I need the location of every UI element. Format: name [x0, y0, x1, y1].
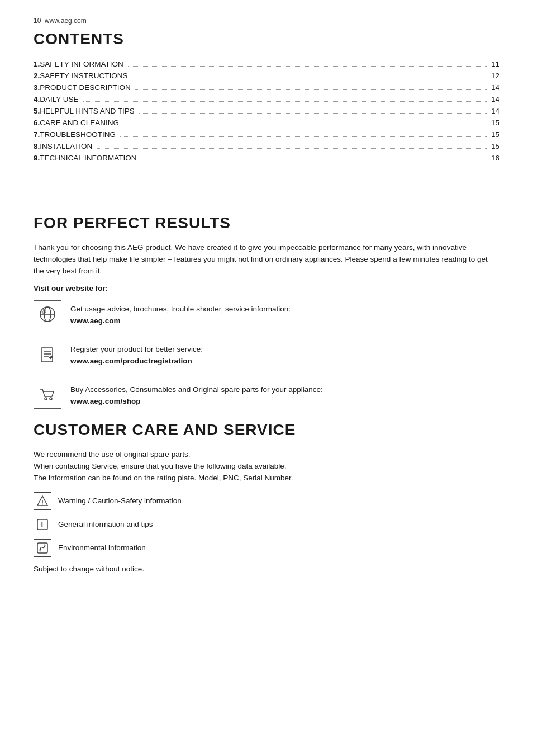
toc-dots — [123, 125, 487, 125]
toc-row: 2. SAFETY INSTRUCTIONS 12 — [34, 70, 499, 82]
toc-dots — [120, 136, 487, 137]
svg-text:@: @ — [41, 309, 46, 314]
toc-page: 15 — [489, 119, 499, 127]
for-perfect-results-title: FOR PERFECT RESULTS — [34, 214, 499, 232]
toc-row: 4. DAILY USE 14 — [34, 93, 499, 105]
toc-row: 9. TECHNICAL INFORMATION 16 — [34, 152, 499, 164]
warning-icon — [34, 492, 51, 510]
toc-content: CARE AND CLEANING 15 — [40, 117, 499, 129]
visit-heading: Visit our website for: — [34, 284, 499, 292]
toc-page: 14 — [489, 95, 499, 103]
globe-at-icon: @ — [34, 300, 61, 328]
toc-label: SAFETY INSTRUCTIONS — [40, 72, 130, 80]
cart-icon — [34, 381, 61, 409]
toc-row: 5. HELPFUL HINTS AND TIPS 14 — [34, 105, 499, 117]
toc-label: INSTALLATION — [40, 142, 94, 150]
toc-dots — [139, 113, 487, 114]
toc-content: INSTALLATION 15 — [40, 140, 499, 152]
svg-text:i: i — [41, 521, 44, 529]
toc-content: DAILY USE 14 — [40, 93, 499, 105]
toc-label: TROUBLESHOOTING — [40, 130, 118, 139]
toc-num: 9. — [34, 152, 40, 164]
contents-title: CONTENTS — [34, 30, 499, 48]
contents-section: CONTENTS 1. SAFETY INFORMATION 11 2. SAF… — [34, 30, 499, 164]
toc-page: 16 — [489, 154, 499, 162]
toc-content: HELPFUL HINTS AND TIPS 14 — [40, 105, 499, 117]
toc-label: TECHNICAL INFORMATION — [40, 154, 139, 162]
toc-row: 3. PRODUCT DESCRIPTION 14 — [34, 82, 499, 93]
toc-num: 2. — [34, 70, 40, 82]
legend-warning-text: Warning / Caution-Safety information — [58, 497, 182, 505]
icon-row-shop: Buy Accessories, Consumables and Origina… — [34, 381, 499, 409]
toc-page: 15 — [489, 130, 499, 139]
toc-label: CARE AND CLEANING — [40, 119, 121, 127]
toc-label: PRODUCT DESCRIPTION — [40, 83, 133, 92]
header-website: www.aeg.com — [45, 17, 87, 25]
toc-page: 11 — [489, 60, 499, 68]
page-number: 10 — [34, 17, 41, 25]
toc-dots — [135, 89, 487, 90]
toc-row: 8. INSTALLATION 15 — [34, 140, 499, 152]
legend-row-info: i General information and tips — [34, 516, 499, 533]
customer-care-body: We recommend the use of original spare p… — [34, 449, 499, 484]
toc-content: SAFETY INSTRUCTIONS 12 — [40, 70, 499, 82]
toc-dots — [97, 148, 487, 149]
legend-info-text: General information and tips — [58, 520, 153, 528]
toc-dots — [132, 78, 487, 78]
toc-num: 7. — [34, 129, 40, 140]
toc-label: HELPFUL HINTS AND TIPS — [40, 107, 137, 115]
toc-page: 14 — [489, 107, 499, 115]
environmental-icon — [34, 539, 51, 557]
toc-label: DAILY USE — [40, 95, 80, 103]
toc-num: 6. — [34, 117, 40, 129]
icon-text-website: Get usage advice, brochures, trouble sho… — [70, 300, 291, 327]
customer-care-section: CUSTOMER CARE AND SERVICE We recommend t… — [34, 421, 499, 573]
toc-page: 15 — [489, 142, 499, 150]
section-gap-1 — [34, 169, 499, 214]
toc-dots — [128, 66, 487, 67]
svg-rect-14 — [37, 543, 47, 553]
customer-care-title: CUSTOMER CARE AND SERVICE — [34, 421, 499, 439]
toc-num: 8. — [34, 140, 40, 152]
subject-to-change: Subject to change without notice. — [34, 565, 499, 573]
page-header: 10 www.aeg.com — [34, 17, 499, 25]
toc-content: TECHNICAL INFORMATION 16 — [40, 152, 499, 164]
toc-num: 4. — [34, 93, 40, 105]
toc-num: 5. — [34, 105, 40, 117]
icon-text-register: Register your product for better service… — [70, 341, 203, 367]
toc-dots — [83, 101, 487, 102]
legend-row-env: Environmental information — [34, 539, 499, 557]
icon-row-website: @ Get usage advice, brochures, trouble s… — [34, 300, 499, 328]
toc-page: 12 — [489, 72, 499, 80]
toc-table: 1. SAFETY INFORMATION 11 2. SAFETY INSTR… — [34, 58, 499, 164]
svg-rect-4 — [41, 348, 53, 362]
toc-dots — [141, 160, 487, 160]
toc-content: TROUBLESHOOTING 15 — [40, 129, 499, 140]
svg-point-9 — [50, 398, 52, 400]
svg-point-8 — [45, 398, 47, 400]
toc-row: 7. TROUBLESHOOTING 15 — [34, 129, 499, 140]
toc-page: 14 — [489, 83, 499, 92]
toc-content: SAFETY INFORMATION 11 — [40, 58, 499, 70]
toc-row: 1. SAFETY INFORMATION 11 — [34, 58, 499, 70]
toc-num: 3. — [34, 82, 40, 93]
register-icon — [34, 341, 61, 368]
toc-num: 1. — [34, 58, 40, 70]
svg-point-11 — [42, 503, 43, 504]
icon-row-register: Register your product for better service… — [34, 341, 499, 368]
legend-row-warning: Warning / Caution-Safety information — [34, 492, 499, 510]
toc-row: 6. CARE AND CLEANING 15 — [34, 117, 499, 129]
toc-content: PRODUCT DESCRIPTION 14 — [40, 82, 499, 93]
for-perfect-results-body: Thank you for choosing this AEG product.… — [34, 242, 499, 277]
toc-label: SAFETY INFORMATION — [40, 60, 126, 68]
for-perfect-results-section: FOR PERFECT RESULTS Thank you for choosi… — [34, 214, 499, 409]
icon-text-shop: Buy Accessories, Consumables and Origina… — [70, 381, 323, 408]
legend-section: Warning / Caution-Safety information i G… — [34, 492, 499, 557]
info-icon: i — [34, 516, 51, 533]
legend-env-text: Environmental information — [58, 544, 146, 552]
